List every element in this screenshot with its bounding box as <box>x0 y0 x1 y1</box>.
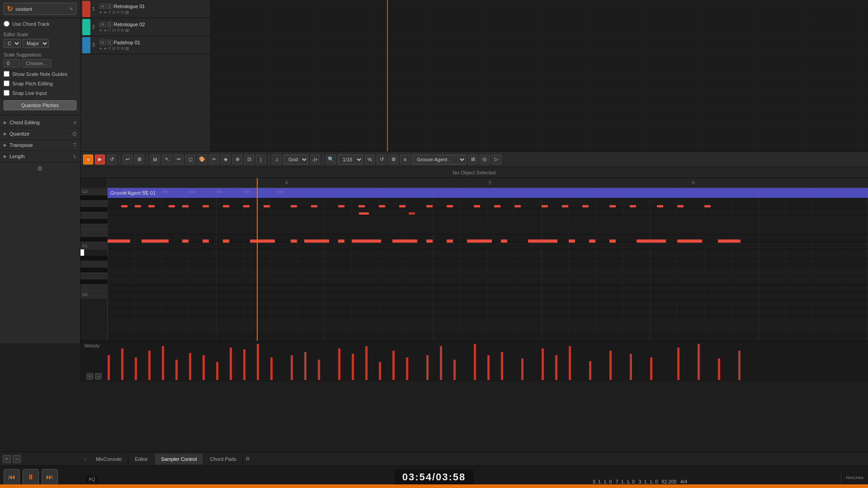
vel-bar-25[interactable] <box>453 360 456 380</box>
vel-bar-38[interactable] <box>698 344 700 380</box>
note-mid-17[interactable] <box>447 205 453 207</box>
note-mid-10[interactable] <box>291 205 297 207</box>
tb-quantize2-btn[interactable]: ◎ <box>480 155 490 164</box>
note-c1-11[interactable] <box>392 239 417 243</box>
vel-bar-35[interactable] <box>630 354 632 380</box>
note-mid-26[interactable] <box>657 205 663 207</box>
tb-eraser-btn[interactable]: ◻ <box>185 155 195 164</box>
tab-editor[interactable]: Editor <box>128 454 155 465</box>
vel-bar-32[interactable] <box>569 346 571 380</box>
vel-bar-19[interactable] <box>365 346 368 380</box>
vel-bar-20[interactable] <box>379 362 381 380</box>
note-c1-9[interactable] <box>338 239 344 243</box>
snap-live-input-checkbox[interactable] <box>4 90 9 96</box>
accordion-quantize[interactable]: ▶ Quantize Q <box>0 128 80 140</box>
note-c1-1[interactable] <box>108 239 130 243</box>
note-mid-1[interactable] <box>121 205 127 207</box>
vel-bar-37[interactable] <box>677 347 679 380</box>
note-mid-7[interactable] <box>223 205 229 207</box>
vel-bar-31[interactable] <box>555 355 557 380</box>
track-m-btn-1[interactable]: M <box>99 4 106 9</box>
note-c1-10[interactable] <box>352 239 381 243</box>
tb-chords-btn[interactable]: ♫ <box>272 155 282 164</box>
tb-reset-btn[interactable]: ↺ <box>377 155 387 164</box>
note-c1-15[interactable] <box>501 239 507 243</box>
tb-groove-agent-dropdown[interactable]: Groove Agent . <box>412 155 466 164</box>
bc-btn-1[interactable]: + <box>3 455 11 463</box>
note-mid-28[interactable] <box>704 205 711 207</box>
tb-cycle-btn[interactable]: ↺ <box>107 155 117 164</box>
note-c1-14[interactable] <box>467 239 492 243</box>
suggestions-number-input[interactable] <box>4 59 20 67</box>
vel-bar-5[interactable] <box>162 346 164 380</box>
note-grid[interactable] <box>108 178 868 341</box>
vel-bar-11[interactable] <box>243 349 245 380</box>
note-c1-6[interactable] <box>250 239 275 243</box>
vel-bar-36[interactable] <box>650 357 652 380</box>
transport-pause-btn[interactable]: ⏸ <box>23 469 39 485</box>
note-c1-13[interactable] <box>447 239 453 243</box>
vel-bar-26[interactable] <box>474 344 476 380</box>
vel-bar-28[interactable] <box>501 352 503 380</box>
vel-bar-24[interactable] <box>440 346 442 380</box>
scale-type-dropdown[interactable]: MajorMinor <box>23 39 49 48</box>
note-mid-15[interactable] <box>399 205 406 207</box>
vel-bar-33[interactable] <box>589 361 591 380</box>
tb-mute-btn[interactable]: M <box>150 155 160 164</box>
vel-bar-10[interactable] <box>230 347 232 380</box>
note-c1-19[interactable] <box>609 239 616 243</box>
note-mid-2[interactable] <box>135 205 141 207</box>
vel-bar-14[interactable] <box>291 355 293 380</box>
tb-pencil-btn[interactable]: ✏ <box>174 155 184 164</box>
vel-bar-9[interactable] <box>216 362 218 380</box>
note-c1-17[interactable] <box>569 239 575 243</box>
transport-forward-btn[interactable]: ⏭ <box>42 469 58 485</box>
note-mid-22[interactable] <box>562 205 568 207</box>
tb-redo-btn[interactable]: ⊞ <box>134 155 144 164</box>
note-mid-19[interactable] <box>494 205 500 207</box>
note-c1-12[interactable] <box>426 239 433 243</box>
tabs-left-arrow[interactable]: ‹ <box>80 454 90 465</box>
vel-bar-3[interactable] <box>135 357 137 380</box>
track-s-btn-3[interactable]: S <box>107 40 113 45</box>
tb-undo-btn[interactable]: ↩ <box>123 155 132 164</box>
note-c1-4[interactable] <box>203 239 209 243</box>
tb-percent-btn[interactable]: % <box>365 155 375 164</box>
note-c1-2[interactable] <box>142 239 169 243</box>
vel-bar-27[interactable] <box>487 355 490 380</box>
vel-bar-39[interactable] <box>718 358 720 380</box>
vel-bar-13[interactable] <box>270 357 273 380</box>
note-mid-6[interactable] <box>203 205 209 207</box>
tb-list-btn[interactable]: ≡ <box>400 155 410 164</box>
note-mid-20[interactable] <box>514 205 521 207</box>
accordion-chord-editing[interactable]: ▶ Chord Editing ≡ <box>0 117 80 128</box>
vel-remove-btn[interactable]: – <box>95 373 102 380</box>
note-mid-25[interactable] <box>630 205 636 207</box>
note-c1-18[interactable] <box>589 239 595 243</box>
note-c1-21[interactable] <box>677 239 702 243</box>
tb-loop-btn[interactable]: ⊡ <box>244 155 254 164</box>
track-s-btn-2[interactable]: S <box>107 22 113 27</box>
vel-bar-29[interactable] <box>521 358 524 380</box>
note-mid-16[interactable] <box>426 205 433 207</box>
note-block-highlight-2[interactable] <box>409 212 415 215</box>
note-mid-24[interactable] <box>609 205 616 207</box>
tb-grid-dropdown[interactable]: Grid <box>283 155 308 164</box>
tab-mixconsole[interactable]: MixConsole <box>90 454 128 465</box>
vel-bar-8[interactable] <box>203 355 205 380</box>
accordion-transpose[interactable]: ▶ Transpose T <box>0 140 80 151</box>
vel-bar-7[interactable] <box>189 353 191 380</box>
tb-minus-btn[interactable]: -|+ <box>310 155 320 164</box>
vel-bar-34[interactable] <box>609 351 612 380</box>
tb-zoom-btn[interactable]: ⊕ <box>232 155 242 164</box>
note-mid-8[interactable] <box>243 205 250 207</box>
track-m-btn-3[interactable]: M <box>99 40 106 45</box>
settings-button[interactable]: ⚙ <box>0 162 80 175</box>
note-c1-3[interactable] <box>182 239 189 243</box>
tb-select-btn[interactable]: ↖ <box>162 155 172 164</box>
vel-add-btn[interactable]: + <box>86 373 93 380</box>
tb-play-btn[interactable]: ▶ <box>95 155 105 164</box>
tb-record-btn[interactable]: ● <box>83 155 93 164</box>
tb-magnify-btn[interactable]: 🔍 <box>326 155 336 164</box>
note-mid-11[interactable] <box>311 205 317 207</box>
